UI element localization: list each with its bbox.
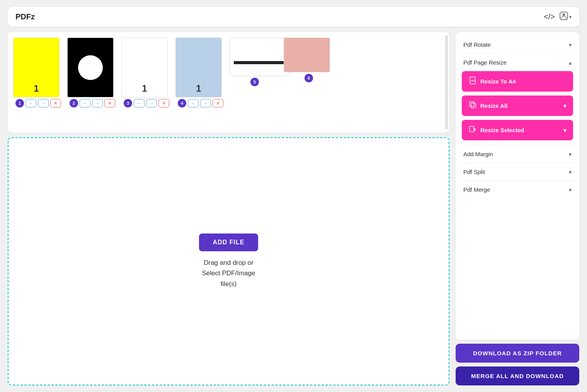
resize-all-icon [469,101,476,111]
accordion-label-add-margin: Add Margin [463,151,493,157]
circle-shape-2 [78,55,103,80]
accordion-label-pdf-page-resize: Pdf Page Resize [463,59,507,66]
thumb-card-2[interactable] [67,37,114,97]
accordion-header-pdf-split[interactable]: Pdf Split ▾ [459,163,575,181]
accordion-label-pdf-split: Pdf Split [463,169,485,175]
chevron-resize-selected: ▾ [563,127,566,133]
resize-a4-icon: A4 [469,77,476,86]
thumb-controls-5: 5 [230,78,280,86]
thumb-item-2: 2 ← → ✕ [67,37,117,107]
code-icon-button[interactable]: </> [544,12,555,21]
svg-rect-5 [471,103,476,108]
code-icon: </> [544,12,555,21]
del-btn-3[interactable]: ✕ [158,99,169,107]
resize-to-a4-button[interactable]: A4 Resize To A4 [462,71,573,92]
chevron-down-icon: ▾ [569,14,572,20]
page-badge-6: 6 [305,74,313,82]
page-badge-5: 5 [250,78,259,86]
resize-selected-button[interactable]: Resize Selected ▾ [462,120,573,140]
add-file-button[interactable]: ADD FILE [199,233,259,251]
page-label-3: 1 [142,83,147,94]
thumb-item-6: 6 [284,37,334,107]
left-panel: 1 1 ← → ✕ 2 ← [8,32,449,385]
prev-btn-2[interactable]: ← [80,99,90,107]
accordion-item-pdf-rotate: Pdf Rotate ▾ [459,36,575,54]
line-shape-5 [234,61,285,64]
chevron-pdf-page-resize: ▴ [569,60,572,66]
resize-selected-label: Resize Selected [480,127,524,133]
main-layout: 1 1 ← → ✕ 2 ← [0,32,587,392]
accordion-header-pdf-merge[interactable]: Pdf Merge ▾ [459,181,575,198]
user-menu-button[interactable]: ▾ [560,12,572,22]
accordion-header-pdf-page-resize[interactable]: Pdf Page Resize ▴ [459,54,575,71]
del-btn-4[interactable]: ✕ [213,99,223,107]
thumb-item-5: 5 [230,37,280,107]
thumb-card-5[interactable] [230,37,289,76]
resize-all-button[interactable]: Resize All ▾ [462,95,573,116]
thumb-controls-4: 4 ← → ✕ [175,99,226,107]
accordion-item-pdf-split: Pdf Split ▾ [459,163,575,181]
accordion-item-add-margin: Add Margin ▾ [459,145,575,163]
prev-btn-3[interactable]: ← [134,99,145,107]
download-zip-button[interactable]: DOWNLOAD AS ZIP FOLDER [456,344,579,363]
topbar: PDFz </> ▾ [8,7,579,27]
prev-btn-1[interactable]: ← [26,99,36,107]
resize-selected-icon [469,125,476,135]
merge-all-download-button[interactable]: MERGE ALL AND DOWNLOAD [456,366,579,385]
prev-btn-4[interactable]: ← [188,99,199,107]
accordion-container: Pdf Rotate ▾ Pdf Page Resize ▴ [456,32,579,340]
user-icon [560,12,568,22]
thumb-item-4: 1 4 ← → ✕ [175,37,226,107]
thumbnails-grid: 1 1 ← → ✕ 2 ← [13,37,444,107]
svg-text:A4: A4 [471,79,475,82]
page-badge-4: 4 [178,99,186,107]
next-btn-4[interactable]: → [200,99,211,107]
svg-point-1 [563,14,565,16]
chevron-add-margin: ▾ [569,151,572,157]
resize-a4-label: Resize To A4 [480,78,516,85]
svg-rect-4 [470,102,474,106]
page-label-1: 1 [34,83,39,94]
resize-all-label: Resize All [480,102,507,109]
accordion-body-pdf-page-resize: A4 Resize To A4 Resize Al [459,71,575,145]
thumb-card-3[interactable]: 1 [121,37,168,97]
svg-rect-6 [470,126,474,132]
accordion-label-pdf-rotate: Pdf Rotate [463,41,491,48]
accordion-item-pdf-page-resize: Pdf Page Resize ▴ A4 Resize To A4 [459,54,575,145]
thumb-controls-2: 2 ← → ✕ [67,99,117,107]
thumb-controls-6: 6 [284,74,334,82]
next-btn-3[interactable]: → [146,99,157,107]
accordion-item-pdf-merge: Pdf Merge ▾ [459,181,575,198]
thumb-card-6[interactable] [284,37,330,72]
next-btn-1[interactable]: → [38,99,49,107]
drop-zone[interactable]: ADD FILE Drag and drop or Select PDF/Ima… [8,137,449,385]
next-btn-2[interactable]: → [92,99,103,107]
chevron-resize-all: ▾ [563,103,566,109]
app-logo: PDFz [15,12,35,21]
page-label-4: 1 [196,83,201,94]
thumb-item-1: 1 1 ← → ✕ [13,37,63,107]
accordion-label-pdf-merge: Pdf Merge [463,186,490,193]
accordion-header-pdf-rotate[interactable]: Pdf Rotate ▾ [459,36,575,53]
thumb-item-3: 1 3 ← → ✕ [121,37,172,107]
thumb-card-1[interactable]: 1 [13,37,60,97]
topbar-icons: </> ▾ [544,12,572,22]
del-btn-2[interactable]: ✕ [104,99,115,107]
thumb-controls-1: 1 ← → ✕ [13,99,63,107]
page-badge-2: 2 [70,99,78,107]
thumb-scrollbar [445,35,448,130]
chevron-pdf-merge: ▾ [569,187,572,193]
chevron-pdf-split: ▾ [569,169,572,175]
accordion-header-add-margin[interactable]: Add Margin ▾ [459,145,575,163]
page-badge-1: 1 [15,99,24,107]
thumb-controls-3: 3 ← → ✕ [121,99,172,107]
drop-text: Drag and drop or Select PDF/Image file(s… [202,257,255,289]
page-badge-3: 3 [124,99,132,107]
del-btn-1[interactable]: ✕ [50,99,61,107]
chevron-pdf-rotate: ▾ [569,42,572,48]
thumbnails-area: 1 1 ← → ✕ 2 ← [8,32,449,133]
thumb-card-4[interactable]: 1 [175,37,222,97]
right-panel: Pdf Rotate ▾ Pdf Page Resize ▴ [456,32,579,385]
